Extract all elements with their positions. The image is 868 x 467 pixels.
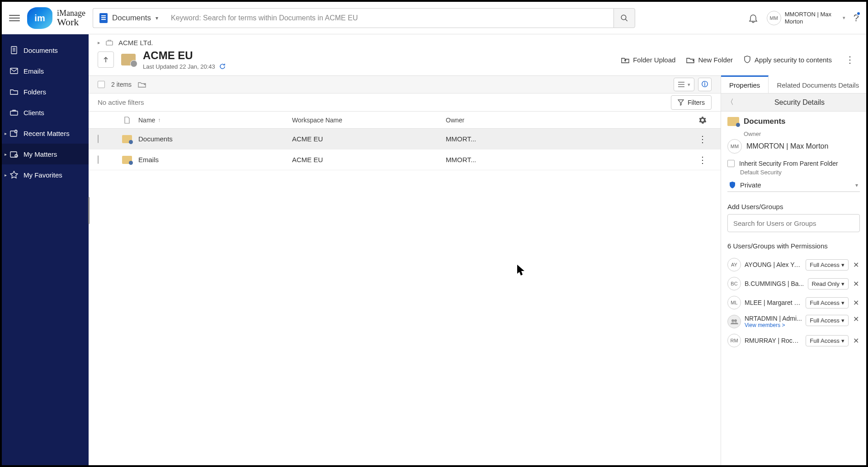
apply-security-button[interactable]: Apply security to contents xyxy=(744,56,832,64)
user-menu[interactable]: MM MMORTON | Max Morton ▾ xyxy=(767,11,845,25)
row-owner: MMORT... xyxy=(446,156,509,163)
sidebar-item-my-favorites[interactable]: My Favorites xyxy=(2,164,89,185)
user-avatar: AY xyxy=(727,258,741,271)
document-icon xyxy=(124,117,130,124)
new-folder-button[interactable]: New Folder xyxy=(686,56,733,64)
filters-button[interactable]: Filters xyxy=(671,95,712,110)
permission-level-select[interactable]: Full Access▾ xyxy=(806,297,849,308)
inherit-security-checkbox[interactable] xyxy=(727,160,735,167)
folder-upload-button[interactable]: Folder Upload xyxy=(621,56,675,64)
chevron-down-icon: ▾ xyxy=(841,280,844,287)
view-toggle[interactable]: ▾ xyxy=(674,78,694,91)
row-actions-button[interactable]: ⋮ xyxy=(693,134,712,145)
sidebar-item-label: Recent Matters xyxy=(24,130,70,137)
item-count: 2 items xyxy=(111,81,132,88)
folder-move-icon xyxy=(138,81,146,88)
table-row[interactable]: Emails ACME EU MMORT... ⋮ xyxy=(89,149,721,170)
row-checkbox[interactable] xyxy=(98,155,99,164)
breadcrumb-parent[interactable]: ACME LTd. xyxy=(118,39,153,47)
selected-item-title: Documents xyxy=(744,117,786,126)
more-actions-button[interactable]: ⋮ xyxy=(843,54,857,65)
remove-permission-button[interactable]: ✕ xyxy=(852,299,860,307)
sidebar-resize-handle[interactable] xyxy=(88,197,90,224)
remove-permission-button[interactable]: ✕ xyxy=(852,315,860,323)
info-panel-toggle[interactable]: ⓘ xyxy=(698,78,712,91)
permission-level-select[interactable]: Full Access▾ xyxy=(806,259,849,271)
star-icon xyxy=(10,171,18,179)
row-actions-button[interactable]: ⋮ xyxy=(693,154,712,165)
permission-level-select[interactable]: Full Access▾ xyxy=(806,335,849,346)
refresh-button[interactable] xyxy=(219,63,226,70)
sidebar-item-folders[interactable]: Folders xyxy=(2,81,89,102)
gear-icon xyxy=(699,117,706,124)
svg-rect-12 xyxy=(106,41,113,45)
details-panel: Properties Related Documents Details 〈 S… xyxy=(721,75,866,465)
permission-level-select[interactable]: Full Access▾ xyxy=(806,315,849,326)
chevron-down-icon: ▾ xyxy=(688,82,690,88)
sidebar-item-recent-matters[interactable]: Recent Matters xyxy=(2,123,89,144)
security-level-select[interactable]: Private ▾ xyxy=(727,178,860,192)
select-all-checkbox[interactable] xyxy=(98,81,105,88)
inherit-security-label: Inherit Security From Parent Folder xyxy=(739,160,838,167)
chevron-down-icon: ▾ xyxy=(855,182,858,188)
menu-toggle[interactable] xyxy=(9,13,20,23)
sidebar-item-clients[interactable]: Clients xyxy=(2,102,89,123)
app-logo[interactable]: iManage Work xyxy=(27,7,85,29)
tab-properties[interactable]: Properties xyxy=(721,75,769,93)
column-owner[interactable]: Owner xyxy=(446,117,509,124)
table-row[interactable]: Documents ACME EU MMORT... ⋮ xyxy=(89,129,721,149)
breadcrumb-expand[interactable]: ▸ xyxy=(98,40,100,46)
remove-permission-button[interactable]: ✕ xyxy=(852,280,860,288)
sidebar-item-my-matters[interactable]: My Matters xyxy=(2,144,89,164)
panel-back-button[interactable]: 〈 xyxy=(726,98,734,107)
search-input[interactable] xyxy=(165,8,613,28)
workspace-icon xyxy=(121,54,136,65)
add-users-label: Add Users/Groups xyxy=(727,203,860,210)
column-workspace[interactable]: Workspace Name xyxy=(292,117,446,124)
move-button[interactable] xyxy=(138,81,146,88)
search-button[interactable] xyxy=(613,8,635,28)
view-members-link[interactable]: View members > xyxy=(745,322,802,328)
owner-label: Owner xyxy=(744,131,860,137)
group-avatar-icon xyxy=(727,315,741,328)
user-avatar: RM xyxy=(727,334,741,347)
tab-related-documents[interactable]: Related Documents Details xyxy=(769,75,866,93)
user-avatar: MM xyxy=(767,11,781,25)
panel-tabs: Properties Related Documents Details xyxy=(721,75,866,93)
add-users-input[interactable] xyxy=(727,214,860,232)
sidebar-item-documents[interactable]: Documents xyxy=(2,40,89,61)
row-owner: MMORT... xyxy=(446,135,509,143)
new-folder-icon xyxy=(686,56,694,63)
svg-point-16 xyxy=(731,319,734,322)
notifications-button[interactable] xyxy=(748,13,759,23)
search-scope-selector[interactable]: Documents ▾ xyxy=(93,8,165,28)
document-icon xyxy=(10,46,18,54)
breadcrumb: ▸ ACME LTd. xyxy=(89,34,866,47)
user-avatar: ML xyxy=(727,296,741,309)
chevron-down-icon: ▾ xyxy=(841,317,844,324)
column-settings-button[interactable] xyxy=(693,117,712,124)
svg-rect-2 xyxy=(11,47,17,54)
info-icon: ⓘ xyxy=(702,80,708,89)
filter-status: No active filters xyxy=(98,98,144,106)
logo-mark-icon xyxy=(27,7,52,29)
permission-level-select[interactable]: Read Only▾ xyxy=(808,278,849,290)
navigate-up-button[interactable] xyxy=(98,51,114,68)
row-checkbox[interactable] xyxy=(98,135,99,143)
filter-icon xyxy=(678,99,684,106)
remove-permission-button[interactable]: ✕ xyxy=(852,261,860,269)
sidebar-item-emails[interactable]: Emails xyxy=(2,61,89,81)
main-area: ▸ ACME LTd. ACME EU Last Updated 22 Jan,… xyxy=(89,34,866,465)
arrow-up-icon xyxy=(102,56,109,63)
panel-subtitle: Security Details xyxy=(738,98,861,107)
row-workspace: ACME EU xyxy=(292,156,446,163)
remove-permission-button[interactable]: ✕ xyxy=(852,336,860,345)
svg-rect-6 xyxy=(10,68,18,74)
column-name[interactable]: Name ↑ xyxy=(138,117,292,124)
row-name: Emails xyxy=(138,156,292,163)
list-toolbar: 2 items ▾ ⓘ xyxy=(89,75,721,93)
top-bar: iManage Work Documents ▾ MM MMORTON | Ma… xyxy=(2,2,866,34)
help-button[interactable]: ? xyxy=(854,12,859,24)
table-header: Name ↑ Workspace Name Owner xyxy=(89,112,721,129)
workspace-title: ACME EU xyxy=(143,49,226,62)
